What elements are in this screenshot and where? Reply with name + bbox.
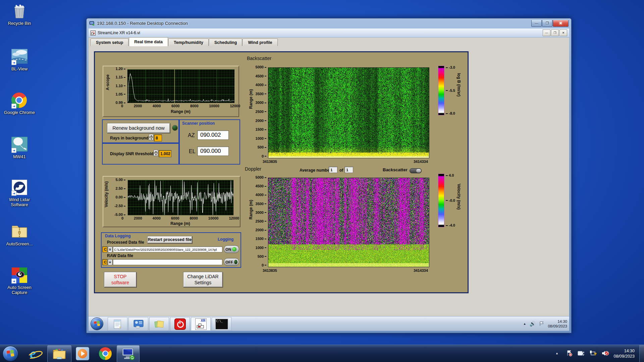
restart-processed-file-button[interactable]: Restart processed file [147, 236, 192, 243]
auto-screen-capture-icon: ➜ [11, 267, 28, 284]
change-lidar-settings-button[interactable]: Change LiDAR Settings [183, 272, 223, 287]
processed-drive-letter[interactable]: C [102, 246, 107, 252]
logging-label: Logging [218, 237, 233, 242]
colorbar-tick-label: -4.0 [446, 224, 455, 227]
show-desktop-button[interactable] [639, 345, 644, 362]
shortcut-arrow-icon: ➜ [11, 191, 16, 196]
tray-flag-icon[interactable] [566, 350, 572, 356]
backscatter-display-toggle[interactable] [410, 168, 422, 173]
vi-window-title: StreamLine XR v14-6.vi [98, 31, 140, 35]
taskbar-clock[interactable]: 14:30 08/09/2023 [613, 348, 635, 359]
taskbar-media-player-button[interactable] [73, 345, 92, 362]
zip-folder-icon [11, 224, 28, 240]
stop-software-button[interactable]: STOP software [104, 272, 137, 287]
az-value-field[interactable]: 090.002 [197, 130, 229, 140]
tray-volume-muted-icon[interactable] [602, 350, 609, 356]
rdp-titlebar[interactable]: 192.168.0.150 - Remote Desktop Connectio… [87, 18, 571, 28]
tray-network-icon[interactable]: ! [590, 350, 597, 356]
remote-taskbar-notepad-button[interactable] [108, 317, 127, 331]
vi-minimize-button[interactable]: — [543, 29, 550, 36]
remote-start-button[interactable] [91, 317, 103, 330]
rays-spinner[interactable] [149, 134, 153, 140]
y-tick-label: 1500 [256, 128, 266, 131]
recycle-bin-icon [11, 3, 28, 19]
velocity-y-axis-label: Velocity (m/s) [104, 181, 109, 207]
velocity-y-ticks: 5.002.500.00-2.50-5.00 [109, 178, 125, 217]
remote-clock-date: 08/09/2023 [548, 324, 567, 328]
remote-action-center-flag-icon[interactable] [539, 321, 544, 326]
processed-browse-icon[interactable]: ⌸ [108, 246, 112, 252]
remote-taskbar-sticky-notes-button[interactable] [149, 317, 169, 331]
tab-system-setup[interactable]: System setup [91, 39, 128, 46]
remote-taskbar-control-panel-button[interactable] [128, 317, 148, 331]
renew-background-button[interactable]: Renew background now [107, 123, 170, 133]
snr-value-field[interactable]: 1.002 [159, 150, 171, 157]
raw-browse-icon[interactable]: ⌸ [108, 259, 112, 265]
ascope-x-ticks: 020004000600080001000012000 [121, 104, 240, 108]
tab-wind-profile[interactable]: Wind profile [243, 39, 277, 46]
vi-restore-button[interactable]: ❐ [551, 29, 559, 36]
remote-taskbar: XR C:\_ ▲ 🔊 [89, 316, 569, 331]
az-label: AZ [188, 132, 195, 138]
y-tick-label: 1.20 [116, 67, 125, 71]
stop-line1: STOP [114, 274, 127, 280]
remote-taskbar-streamline-xr-button[interactable]: XR [191, 317, 211, 331]
rays-value-field[interactable]: 8 [154, 134, 162, 141]
processed-logging-toggle[interactable]: ON [224, 245, 239, 253]
raw-drive-letter[interactable]: C [102, 259, 107, 265]
rdp-minimize-button[interactable]: — [531, 20, 542, 27]
power-icon [174, 318, 186, 330]
average-count-field[interactable]: 1 [344, 167, 353, 173]
vi-close-button[interactable]: ✕ [559, 29, 567, 36]
raw-logging-toggle[interactable]: OFF [224, 258, 239, 266]
desktop-icon-recycle-bin[interactable]: Recycle Bin [2, 3, 37, 26]
average-number-field[interactable]: 1 [329, 167, 337, 173]
taskbar-remote-desktop-button[interactable] [117, 345, 140, 362]
rdp-close-button[interactable]: ✕ [553, 20, 569, 27]
taskbar-explorer-button[interactable] [47, 345, 71, 362]
shortcut-arrow-icon: ➜ [11, 104, 16, 109]
tray-expand-icon[interactable]: ▲ [555, 352, 558, 355]
y-tick-label: 1.05 [116, 93, 125, 96]
remote-volume-icon[interactable]: 🔊 [530, 321, 536, 327]
y-tick-label: 3000 [256, 211, 266, 215]
colorbar-tick-label: -5.5 [446, 89, 455, 93]
x-tick-label: 10000 [208, 216, 219, 220]
remote-taskbar-cmd-button[interactable]: C:\_ [212, 317, 231, 331]
processed-path-field[interactable]: C:\Lidar\Data\Proc\2023\202309\20230908\… [113, 246, 222, 252]
processed-data-file-label: Processed Data file [107, 240, 144, 245]
tab-scheduling[interactable]: Scheduling [209, 39, 242, 46]
desktop-icon-label: Wind Lidar Software [2, 197, 37, 207]
tray-battery-icon[interactable] [578, 350, 585, 356]
desktop-icon-wind-lidar[interactable]: ➜ Wind Lidar Software [2, 180, 37, 207]
desktop-icon-google-chrome[interactable]: ➜ Google Chrome [2, 93, 37, 115]
vi-titlebar[interactable]: StreamLine XR v14-6.vi — ❐ ✕ [89, 28, 569, 38]
desktop-icon-label: Recycle Bin [2, 21, 37, 26]
raw-path-field[interactable] [113, 259, 222, 265]
y-tick-label: 3500 [256, 92, 266, 96]
background-controls-box: Renew background now Rays in background … [102, 119, 179, 143]
backscatter-canvas [268, 67, 429, 158]
rdp-restore-button[interactable]: ❐ [542, 20, 552, 27]
data-logging-title: Data Logging [105, 234, 131, 238]
tab-real-time-data[interactable]: Real time data [129, 37, 168, 46]
remote-clock[interactable]: 14:30 08/09/2023 [548, 319, 567, 328]
taskbar-chrome-button[interactable] [96, 345, 115, 362]
rdp-window-title: 192.168.0.150 - Remote Desktop Connectio… [97, 21, 188, 26]
doppler-y-ticks: 5000450040003500300025002000150010005000 [255, 176, 266, 267]
mw41-icon: ➜ [11, 137, 28, 153]
start-button[interactable] [3, 346, 18, 361]
taskbar-internet-explorer-button[interactable]: e [25, 345, 43, 362]
desktop-icon-mw41[interactable]: ➜ MW41 [2, 137, 37, 159]
snr-threshold-box: Display SNR threshold 1.002 [102, 143, 179, 165]
desktop-icon-autoscreen-zip[interactable]: AutoScreen... [2, 224, 37, 246]
remote-taskbar-power-button[interactable] [170, 317, 190, 331]
snr-spinner[interactable] [154, 150, 158, 156]
shortcut-arrow-icon: ➜ [11, 148, 16, 153]
change-line1: Change LiDAR [187, 274, 218, 280]
el-value-field[interactable]: 090.000 [197, 146, 229, 156]
desktop-icon-bl-view[interactable]: ➜ BL-View [2, 49, 37, 71]
desktop-icon-auto-screen-capture[interactable]: ➜ Auto Screen Capture [2, 267, 37, 295]
tab-temp-humidity[interactable]: Temp/humidity [168, 39, 209, 46]
remote-tray-expand-icon[interactable]: ▲ [523, 322, 526, 325]
